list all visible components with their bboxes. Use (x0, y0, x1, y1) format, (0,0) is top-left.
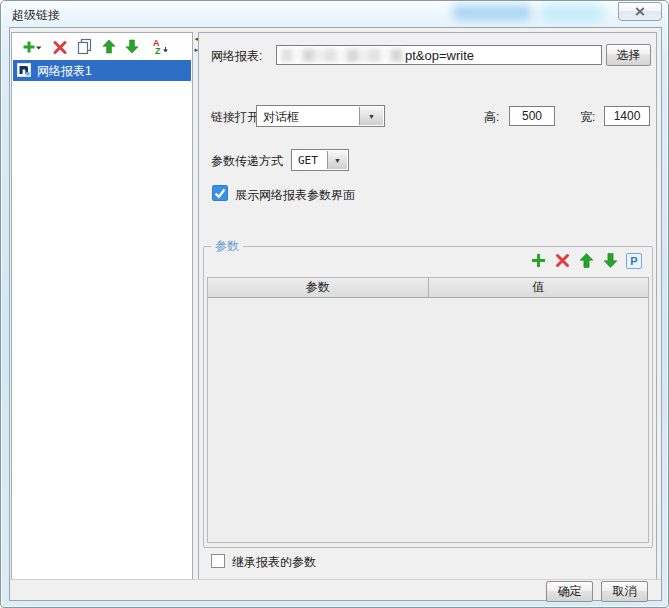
show-params-checkbox[interactable] (212, 185, 228, 201)
params-groupbox: 参数 P (203, 246, 653, 548)
list-item-web-report[interactable]: 网络报表1 (13, 60, 191, 81)
params-group-title: 参数 (211, 238, 243, 255)
checkmark-icon (213, 186, 227, 200)
report-url-input[interactable]: pt&op=write (276, 45, 602, 65)
inherit-params-checkbox[interactable] (211, 554, 225, 568)
cancel-button-label: 取消 (613, 583, 637, 600)
params-table-body[interactable] (208, 299, 648, 542)
window-title: 超级链接 (12, 7, 60, 24)
delete-param-icon[interactable] (554, 252, 571, 269)
inherit-params-label: 继承报表的参数 (232, 554, 316, 571)
close-icon (635, 7, 645, 16)
param-name-column-header[interactable]: 参数 (208, 278, 429, 297)
link-list-panel: A Z 网络报表1 (11, 32, 193, 580)
width-input[interactable]: 1400 (604, 106, 650, 126)
titlebar[interactable]: 超级链接 (1, 1, 668, 27)
chevron-down-icon[interactable]: ▼ (327, 151, 347, 169)
dialog-client-area: A Z 网络报表1 ◄ ► (9, 27, 662, 601)
height-label: 高: (484, 109, 499, 126)
param-method-label: 参数传递方式 (211, 153, 283, 170)
move-down-icon[interactable] (124, 39, 144, 57)
move-up-icon[interactable] (101, 39, 121, 57)
params-table: 参数 值 (207, 277, 649, 543)
ok-button-label: 确定 (558, 583, 582, 600)
report-url-value: pt&op=write (405, 48, 474, 63)
height-input[interactable]: 500 (509, 106, 555, 126)
param-move-down-icon[interactable] (602, 252, 619, 269)
param-value-column-header[interactable]: 值 (429, 278, 649, 297)
copy-link-icon[interactable] (76, 38, 96, 56)
add-link-icon[interactable] (21, 39, 41, 57)
open-in-value: 对话框 (263, 109, 299, 126)
width-label: 宽: (580, 109, 595, 126)
close-button[interactable] (618, 2, 662, 21)
sort-az-icon[interactable]: A Z (152, 38, 172, 56)
link-settings-panel: 网络报表: pt&op=write 选择 链接打开于 对话框 ▼ 高: 500 … (198, 32, 657, 580)
svg-text:Z: Z (155, 46, 161, 55)
param-method-dropdown[interactable]: GET ▼ (291, 149, 349, 171)
params-table-header: 参数 值 (208, 278, 648, 298)
web-report-icon (17, 63, 31, 77)
titlebar-blur-artifact (453, 5, 531, 20)
choose-report-button[interactable]: 选择 (606, 44, 651, 66)
titlebar-blur-artifact (541, 4, 603, 21)
chevron-down-icon[interactable]: ▼ (359, 107, 383, 125)
frame-glow-artifact (31, 603, 631, 605)
link-list-toolbar: A Z (12, 37, 192, 61)
choose-report-label: 选择 (617, 47, 641, 64)
param-method-value: GET (298, 154, 318, 167)
param-pane-icon[interactable]: P (626, 253, 642, 269)
open-in-dropdown[interactable]: 对话框 ▼ (256, 105, 385, 127)
add-param-icon[interactable] (530, 252, 547, 269)
param-move-up-icon[interactable] (578, 252, 595, 269)
delete-link-icon[interactable] (52, 40, 72, 58)
hyperlink-dialog: 超级链接 (0, 0, 669, 608)
cancel-button[interactable]: 取消 (601, 581, 648, 602)
ok-button[interactable]: 确定 (546, 581, 593, 602)
show-params-label: 展示网络报表参数界面 (235, 187, 355, 204)
list-item-label: 网络报表1 (37, 63, 92, 80)
report-url-label: 网络报表: (211, 48, 262, 65)
redacted-url-segment (281, 49, 403, 62)
params-toolbar: P (530, 252, 642, 269)
footer-divider (10, 579, 661, 580)
